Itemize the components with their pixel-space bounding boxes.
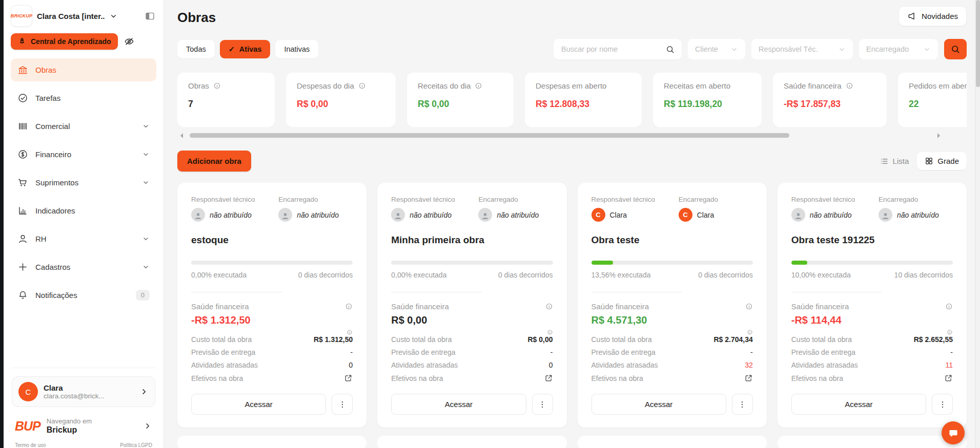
- person-icon: [481, 211, 489, 220]
- page-title: Obras: [177, 10, 216, 26]
- divider: [591, 292, 682, 292]
- sidebar-item-tarefas[interactable]: Tarefas: [11, 87, 156, 110]
- person-icon: [281, 211, 290, 220]
- foreman-label: Encarregado: [478, 196, 539, 203]
- info-icon[interactable]: [547, 329, 553, 335]
- late-value: 11: [945, 361, 953, 369]
- card-menu-button[interactable]: [532, 394, 553, 415]
- delivery-label: Previsão de entrega: [591, 348, 656, 356]
- vertical-scrollbar-thumb[interactable]: [976, 0, 980, 87]
- sidebar-item-cadastros[interactable]: Cadastros: [11, 255, 156, 279]
- next-row-cards: [177, 436, 967, 448]
- obra-card-partial: [377, 436, 566, 448]
- tech-label: Responsável técnico: [191, 196, 278, 203]
- sidebar-collapse-button[interactable]: [144, 10, 156, 23]
- client-filter[interactable]: Cliente: [688, 39, 745, 59]
- access-button[interactable]: Acessar: [391, 394, 526, 415]
- sidebar-item-financeiro[interactable]: Financeiro: [11, 143, 156, 166]
- sidebar-item-comercial[interactable]: Comercial: [11, 115, 156, 138]
- info-icon[interactable]: [846, 82, 853, 90]
- chevron-right-icon: [143, 421, 152, 431]
- divider: [791, 292, 882, 292]
- workers-label: Efetivos na obra: [391, 374, 443, 382]
- delivery-value: -: [950, 348, 953, 356]
- sidebar-item-label: Financeiro: [35, 150, 71, 159]
- external-link-icon[interactable]: [944, 374, 953, 382]
- progress-days: 10 dias decorridos: [894, 271, 953, 279]
- info-icon[interactable]: [213, 82, 221, 90]
- person-icon: [881, 211, 890, 220]
- access-button[interactable]: Acessar: [791, 394, 926, 415]
- news-button[interactable]: Novidades: [899, 6, 967, 26]
- horizontal-scrollbar-thumb[interactable]: [190, 133, 789, 138]
- search-input[interactable]: [560, 45, 665, 54]
- sidebar-item-indicadores[interactable]: Indicadores: [11, 199, 156, 222]
- card-menu-button[interactable]: [932, 394, 953, 415]
- chat-icon: [948, 428, 959, 439]
- lgpd-link[interactable]: Política LGPD: [120, 442, 152, 448]
- stat-card-pedidos: Pedidos em aberto 22: [898, 73, 967, 127]
- health-label: Saúde financeira: [591, 302, 649, 311]
- workspace-switcher[interactable]: BUP Navegando em Brickup: [12, 417, 155, 435]
- info-icon[interactable]: [358, 82, 366, 90]
- stat-value: R$ 12.808,33: [536, 99, 631, 110]
- tab-ativas[interactable]: ✓ Ativas: [220, 40, 271, 58]
- info-icon[interactable]: [475, 82, 482, 90]
- info-icon[interactable]: [745, 303, 753, 310]
- late-label: Atividades atrasadas: [191, 361, 258, 369]
- sidebar-item-obras[interactable]: Obras: [11, 58, 156, 81]
- view-list-button[interactable]: Lista: [874, 153, 914, 170]
- workspace-texts: Navegando em Brickup: [47, 417, 92, 435]
- terms-link[interactable]: Termo de uso: [15, 442, 46, 448]
- info-icon[interactable]: [945, 303, 953, 310]
- access-button[interactable]: Acessar: [191, 394, 326, 415]
- info-icon[interactable]: [345, 303, 353, 310]
- user-profile-card[interactable]: C Clara clara.costa@brick...: [12, 376, 155, 407]
- add-obra-button[interactable]: Adicionar obra: [177, 151, 251, 172]
- search-submit-button[interactable]: [944, 39, 967, 59]
- info-icon[interactable]: [545, 303, 553, 310]
- hide-learning-button[interactable]: [124, 36, 135, 47]
- sidebar-item-rh[interactable]: RH: [11, 227, 156, 250]
- avatar: [791, 208, 805, 222]
- stat-label: Obras: [188, 81, 209, 90]
- check-icon: ✓: [229, 45, 235, 53]
- late-value: 0: [349, 361, 353, 369]
- external-link-icon[interactable]: [744, 374, 753, 382]
- obra-title: estoque: [191, 234, 353, 246]
- learning-center-button[interactable]: Central de Aprendizado: [11, 33, 118, 50]
- chat-widget-button[interactable]: [942, 421, 965, 444]
- info-icon[interactable]: [346, 329, 353, 335]
- progress-executed: 13,56% executada: [591, 271, 651, 279]
- tech-label: Responsável técnico: [591, 196, 679, 203]
- tab-todas[interactable]: Todas: [177, 40, 215, 58]
- sidebar-item-label: Comercial: [35, 122, 70, 131]
- obra-title: Obra teste 191225: [791, 234, 953, 246]
- view-grid-button[interactable]: Grade: [917, 152, 967, 170]
- search-icon: [665, 45, 675, 54]
- info-icon[interactable]: [747, 329, 753, 335]
- sidebar-item-label: Tarefas: [35, 94, 60, 102]
- tech-responsible-filter[interactable]: Responsável Téc.: [751, 39, 853, 59]
- external-link-icon[interactable]: [344, 374, 353, 382]
- sidebar-item-label: Cadastros: [35, 263, 70, 271]
- scroll-left-arrow[interactable]: [180, 133, 183, 138]
- progress-bar: [791, 261, 953, 265]
- foreman-filter[interactable]: Encarregado: [859, 39, 938, 59]
- obra-card-partial: [177, 436, 366, 448]
- access-button[interactable]: Acessar: [591, 394, 726, 415]
- left-edge: [0, 0, 4, 448]
- sidebar-item-notificacoes[interactable]: Notificações 0: [11, 284, 156, 307]
- avatar: [191, 208, 205, 222]
- tab-inativas[interactable]: Inativas: [275, 40, 318, 58]
- info-icon[interactable]: [947, 329, 953, 335]
- card-menu-button[interactable]: [732, 394, 753, 415]
- health-value: -R$ 1.312,50: [191, 314, 353, 326]
- sidebar-item-suprimentos[interactable]: Suprimentos: [11, 171, 156, 194]
- scroll-right-arrow[interactable]: [937, 133, 940, 138]
- stat-card-receitas-dia: Receitas do dia R$ 0,00: [407, 73, 514, 127]
- external-link-icon[interactable]: [544, 374, 553, 382]
- card-menu-button[interactable]: [332, 394, 353, 415]
- account-switcher[interactable]: BRICKUP Clara Costa [inter...: [11, 5, 156, 27]
- rocket-icon: [17, 37, 27, 46]
